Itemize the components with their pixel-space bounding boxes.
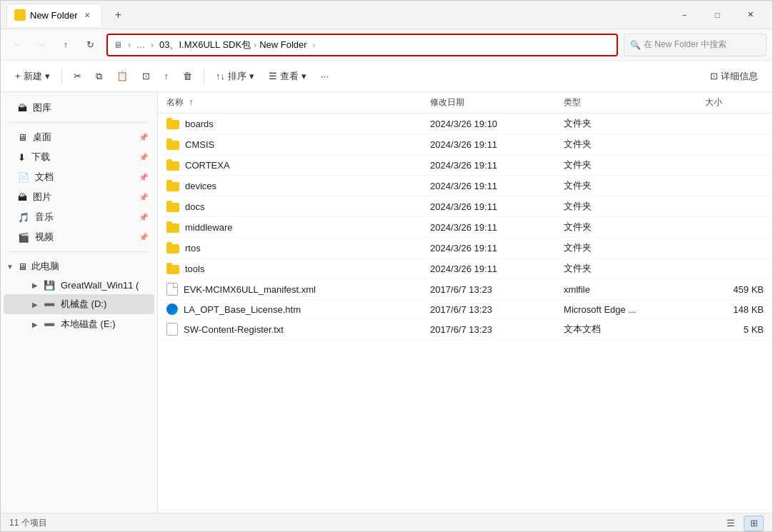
table-row[interactable]: boards2024/3/26 19:10文件夹 bbox=[158, 114, 772, 134]
sort-button[interactable]: ↑↓ 排序 ▾ bbox=[210, 65, 260, 88]
file-table: 名称 ↑ 修改日期 类型 大小 boards2024/3/26 19:10文件夹… bbox=[158, 92, 772, 340]
file-size bbox=[697, 134, 772, 155]
view-list-button[interactable]: ☰ bbox=[721, 516, 741, 531]
address-bar[interactable]: 🖥 › … › 03、I.MX6ULL SDK包 › New Folder › bbox=[106, 34, 618, 56]
refresh-button[interactable]: ↻ bbox=[79, 34, 101, 56]
file-date: 2024/3/26 19:11 bbox=[422, 176, 555, 196]
rename-button[interactable]: ⊡ bbox=[136, 65, 156, 88]
sidebar-item-drive2-left: ▶ ➖ 机械盘 (D:) bbox=[18, 298, 106, 311]
sidebar-item-pictures[interactable]: 🏔 图片 📌 bbox=[4, 187, 154, 207]
docs-pin-icon: 📌 bbox=[139, 173, 149, 182]
drive2-icon: ➖ bbox=[44, 299, 55, 310]
sidebar-item-thispc[interactable]: ▼ 🖥 此电脑 bbox=[1, 256, 157, 276]
sidebar-item-drive1[interactable]: ▶ 💾 GreatWall_Win11 ( bbox=[4, 276, 154, 294]
nav-bar: ← → ↑ ↻ 🖥 › … › 03、I.MX6ULL SDK包 › New F… bbox=[1, 29, 772, 61]
new-tab-button[interactable]: + bbox=[108, 5, 128, 25]
file-type: 文件夹 bbox=[555, 259, 697, 279]
sidebar-item-docs[interactable]: 📄 文档 📌 bbox=[4, 167, 154, 187]
file-type: 文件夹 bbox=[555, 176, 697, 196]
music-label: 音乐 bbox=[35, 211, 54, 224]
new-icon: + bbox=[15, 71, 21, 81]
back-button[interactable]: ← bbox=[6, 34, 28, 56]
file-type: xmlfile bbox=[555, 279, 697, 300]
sidebar-item-desktop[interactable]: 🖥 桌面 📌 bbox=[4, 127, 154, 147]
sidebar-item-download[interactable]: ⬇ 下载 📌 bbox=[4, 147, 154, 167]
sidebar-item-drive1-left: ▶ 💾 GreatWall_Win11 ( bbox=[18, 280, 139, 291]
active-tab[interactable]: New Folder ✕ bbox=[6, 4, 102, 26]
paste-button[interactable]: 📋 bbox=[111, 65, 134, 88]
maximize-button[interactable]: □ bbox=[701, 4, 734, 26]
folder-icon bbox=[166, 242, 179, 254]
table-row[interactable]: devices2024/3/26 19:11文件夹 bbox=[158, 176, 772, 196]
table-row[interactable]: LA_OPT_Base_License.htm2017/6/7 13:23Mic… bbox=[158, 300, 772, 319]
file-type: 文件夹 bbox=[555, 134, 697, 155]
file-name-text: rtos bbox=[185, 243, 201, 254]
breadcrumb: 03、I.MX6ULL SDK包 › New Folder › bbox=[159, 39, 315, 51]
sidebar-item-drive3[interactable]: ▶ ➖ 本地磁盘 (E:) bbox=[4, 314, 154, 334]
toolbar-right: ⊡ 详细信息 bbox=[704, 65, 764, 88]
sidebar-item-music[interactable]: 🎵 音乐 📌 bbox=[4, 207, 154, 227]
tab-close-button[interactable]: ✕ bbox=[81, 9, 93, 21]
tab-folder-icon bbox=[14, 9, 26, 21]
gallery-icon: 🏔 bbox=[18, 103, 27, 114]
download-pin-icon: 📌 bbox=[139, 153, 149, 162]
table-row[interactable]: EVK-MCIMX6ULL_manifest.xml2017/6/7 13:23… bbox=[158, 279, 772, 300]
new-label: 新建 bbox=[24, 70, 42, 83]
sidebar-item-gallery-left: 🏔 图库 bbox=[18, 101, 51, 114]
sort-dropdown-icon: ▾ bbox=[249, 71, 254, 81]
share-button[interactable]: ↑ bbox=[159, 65, 175, 88]
delete-button[interactable]: 🗑 bbox=[177, 65, 198, 88]
file-name-text: middleware bbox=[185, 222, 232, 233]
file-name-text: CORTEXA bbox=[185, 160, 230, 171]
copy-button[interactable]: ⧉ bbox=[90, 65, 108, 88]
more-options-button[interactable]: ··· bbox=[315, 65, 334, 88]
file-type: 文件夹 bbox=[555, 238, 697, 259]
table-row[interactable]: middleware2024/3/26 19:11文件夹 bbox=[158, 217, 772, 238]
file-name-cell: CORTEXA bbox=[166, 159, 413, 171]
col-date-header[interactable]: 修改日期 bbox=[422, 92, 555, 114]
sort-label: 排序 bbox=[228, 70, 246, 83]
search-box[interactable]: 🔍 在 New Folder 中搜索 bbox=[624, 34, 767, 56]
video-label: 视频 bbox=[35, 231, 54, 244]
col-size-header[interactable]: 大小 bbox=[697, 92, 772, 114]
file-size bbox=[697, 259, 772, 279]
sidebar-item-video[interactable]: 🎬 视频 📌 bbox=[4, 227, 154, 247]
table-row[interactable]: CMSIS2024/3/26 19:11文件夹 bbox=[158, 134, 772, 155]
sidebar-sep2 bbox=[9, 251, 149, 252]
file-date: 2024/3/26 19:11 bbox=[422, 134, 555, 155]
view-button[interactable]: ☰ 查看 ▾ bbox=[263, 65, 312, 88]
title-bar: New Folder ✕ + − □ ✕ bbox=[1, 1, 772, 29]
drive2-label: 机械盘 (D:) bbox=[61, 298, 106, 311]
file-name-cell: docs bbox=[166, 201, 413, 212]
table-row[interactable]: tools2024/3/26 19:11文件夹 bbox=[158, 259, 772, 279]
sidebar-item-docs-left: 📄 文档 bbox=[18, 171, 54, 184]
col-name-header[interactable]: 名称 ↑ bbox=[158, 92, 422, 114]
sidebar-item-drive2[interactable]: ▶ ➖ 机械盘 (D:) bbox=[4, 294, 154, 314]
table-row[interactable]: docs2024/3/26 19:11文件夹 bbox=[158, 196, 772, 217]
file-date: 2024/3/26 19:11 bbox=[422, 259, 555, 279]
file-date: 2017/6/7 13:23 bbox=[422, 319, 555, 340]
rename-icon: ⊡ bbox=[142, 71, 150, 81]
folder-icon bbox=[166, 201, 179, 212]
col-type-header[interactable]: 类型 bbox=[555, 92, 697, 114]
close-button[interactable]: ✕ bbox=[734, 4, 767, 26]
file-name-text: docs bbox=[185, 201, 204, 212]
table-row[interactable]: SW-Content-Register.txt2017/6/7 13:23文本文… bbox=[158, 319, 772, 340]
gallery-label: 图库 bbox=[33, 101, 51, 114]
sidebar-item-gallery[interactable]: 🏔 图库 bbox=[4, 98, 154, 118]
forward-button[interactable]: → bbox=[31, 34, 52, 56]
minimize-button[interactable]: − bbox=[668, 4, 701, 26]
view-detail-button[interactable]: ⊞ bbox=[744, 516, 764, 531]
cut-button[interactable]: ✂ bbox=[68, 65, 87, 88]
file-name-cell: middleware bbox=[166, 221, 413, 233]
up-button[interactable]: ↑ bbox=[55, 34, 76, 56]
detail-info-button[interactable]: ⊡ 详细信息 bbox=[704, 65, 764, 88]
file-type: 文件夹 bbox=[555, 196, 697, 217]
new-button[interactable]: + 新建 ▾ bbox=[9, 65, 56, 88]
table-row[interactable]: CORTEXA2024/3/26 19:11文件夹 bbox=[158, 155, 772, 176]
table-row[interactable]: rtos2024/3/26 19:11文件夹 bbox=[158, 238, 772, 259]
video-icon: 🎬 bbox=[18, 232, 29, 243]
pictures-label: 图片 bbox=[33, 191, 51, 204]
cut-icon: ✂ bbox=[74, 71, 81, 81]
file-area: 名称 ↑ 修改日期 类型 大小 boards2024/3/26 19:10文件夹… bbox=[158, 92, 772, 513]
